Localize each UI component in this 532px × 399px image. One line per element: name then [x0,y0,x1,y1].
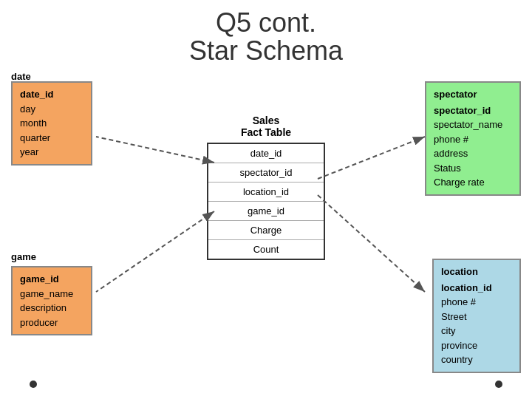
spectator-dimension: spectator spectator_id spectator_name ph… [425,81,521,196]
spectator-connector [318,137,425,179]
location-field-1: location_id [441,281,512,296]
fact-row-spectator-id: spectator_id [208,163,324,183]
date-field-5: year [20,145,83,160]
location-dim-label: location [441,265,512,279]
date-field-2: day [20,102,83,117]
spectator-field-3: phone # [434,132,512,147]
title-area: Q5 cont. Star Schema [0,0,532,66]
fact-row-date-id: date_id [208,144,324,163]
location-field-4: city [441,324,512,338]
fact-row-charge: Charge [208,221,324,240]
game-connector [96,211,214,292]
fact-row-location-id: location_id [208,183,324,202]
spectator-dim-label: spectator [434,87,512,102]
spectator-field-5: Status [434,161,512,176]
game-dimension: game_id game_name description producer [11,266,92,335]
location-dimension: location location_id phone # Street city… [432,259,521,373]
spectator-field-6: Charge rate [434,175,512,190]
location-field-2: phone # [441,295,512,310]
fact-table: Sales Fact Table date_id spectator_id lo… [207,115,325,260]
game-field-1: game_id [20,272,83,287]
location-connector [318,195,425,292]
location-field-3: Street [441,310,512,324]
date-field-1: date_id [20,87,83,102]
bottom-right-dot [495,381,502,388]
game-field-2: game_name [20,287,83,301]
date-dim-label: date [11,71,31,82]
location-field-6: country [441,352,512,367]
bottom-left-dot [30,381,37,388]
location-field-5: province [441,338,512,353]
fact-row-count: Count [208,240,324,259]
spectator-field-2: spectator_name [434,117,512,132]
title-line2: Star Schema [0,35,532,66]
spectator-field-4: address [434,146,512,161]
date-field-4: quarter [20,131,83,146]
fact-title: Sales Fact Table [207,115,325,138]
game-field-4: producer [20,316,83,330]
date-connector [96,137,214,163]
game-dim-label: game [11,251,36,262]
game-field-3: description [20,301,83,316]
spectator-field-1: spectator_id [434,103,512,118]
fact-row-game-id: game_id [208,202,324,221]
title-line1: Q5 cont. [0,7,532,38]
fact-rows: date_id spectator_id location_id game_id… [207,143,325,260]
date-dimension: date_id day month quarter year [11,81,92,166]
date-field-3: month [20,116,83,131]
